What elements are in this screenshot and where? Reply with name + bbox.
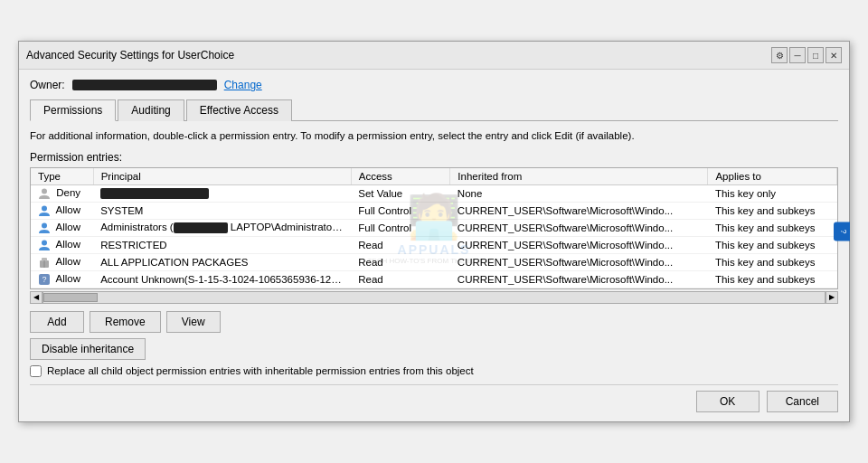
permissions-table-container[interactable]: 🧑‍💻 APPUALS TECH HOW-TO'S FROM THE EXPER… — [30, 167, 838, 289]
owner-row: Owner: Change — [30, 79, 838, 91]
view-button[interactable]: View — [166, 311, 221, 333]
cell-inherited: CURRENT_USER\Software\Microsoft\Windo... — [450, 270, 708, 288]
user-allow-icon — [38, 222, 51, 234]
cell-type: Allow — [31, 202, 93, 219]
cell-principal: SYSTEM — [93, 202, 351, 219]
cell-type: Deny — [31, 184, 93, 202]
maximize-button[interactable]: □ — [807, 47, 824, 63]
cell-access: Full Control — [351, 202, 450, 219]
minimize-button[interactable]: ─ — [789, 47, 806, 63]
replace-permissions-checkbox[interactable] — [30, 365, 42, 377]
table-row[interactable]: Allow Administrators ( LAPTOP\Administra… — [31, 219, 837, 236]
cell-applies: This key and subkeys — [708, 202, 837, 219]
table-row[interactable]: Deny Set Value None This key only — [31, 184, 837, 202]
user-allow-icon — [38, 204, 51, 217]
tab-effective-access[interactable]: Effective Access — [186, 99, 292, 121]
window-controls: ⚙ ─ □ ✕ — [771, 47, 842, 63]
cell-inherited: CURRENT_USER\Software\Microsoft\Windo... — [450, 253, 708, 270]
disable-inheritance-row: Disable inheritance — [30, 333, 838, 360]
cell-type: Allow — [31, 253, 93, 270]
col-inherited: Inherited from — [450, 168, 708, 185]
scrollbar-track[interactable] — [42, 291, 826, 304]
col-principal: Principal — [93, 168, 351, 185]
table-row[interactable]: Allow RESTRICTED Read CURRENT_USER\Softw… — [31, 236, 837, 253]
cell-type: ? Allow — [31, 270, 93, 288]
horizontal-scrollbar[interactable]: ◀ ▶ — [30, 291, 838, 304]
svg-text:?: ? — [42, 275, 46, 284]
cell-applies: This key and subkeys — [708, 219, 837, 236]
cancel-button[interactable]: Cancel — [767, 391, 838, 412]
svg-point-1 — [42, 205, 47, 211]
cell-principal: Account Unknown(S-1-15-3-1024-1065365936… — [93, 270, 351, 288]
info-text: For additional information, double-click… — [30, 128, 838, 143]
col-access: Access — [351, 168, 450, 185]
cell-principal — [93, 184, 351, 202]
tab-auditing[interactable]: Auditing — [118, 99, 184, 121]
dialog-content: Owner: Change Permissions Auditing Effec… — [19, 70, 849, 420]
close-button[interactable]: ✕ — [826, 47, 842, 63]
cell-inherited: CURRENT_USER\Software\Microsoft\Windo... — [450, 219, 708, 236]
redacted-principal — [100, 188, 209, 199]
cell-applies: This key and subkeys — [708, 236, 837, 253]
cell-principal: ALL APPLICATION PACKAGES — [93, 253, 351, 270]
col-type: Type — [31, 168, 93, 185]
disable-inheritance-button[interactable]: Disable inheritance — [30, 338, 146, 360]
user-allow-icon — [38, 239, 51, 251]
scroll-right-arrow[interactable]: ▶ — [826, 291, 838, 304]
table-row[interactable]: Allow ALL APPLICATION PACKAGES Read CURR… — [31, 253, 837, 270]
cell-applies: This key and subkeys — [708, 270, 837, 288]
tab-bar: Permissions Auditing Effective Access — [30, 99, 838, 121]
cell-inherited: CURRENT_USER\Software\Microsoft\Windo... — [450, 236, 708, 253]
owner-label: Owner: — [30, 79, 65, 91]
title-bar: Advanced Security Settings for UserChoic… — [19, 42, 849, 70]
package-icon — [38, 256, 51, 269]
cell-access: Read — [351, 253, 450, 270]
cell-inherited: None — [450, 184, 708, 202]
settings-icon[interactable]: ⚙ — [771, 47, 788, 63]
window-title: Advanced Security Settings for UserChoic… — [26, 49, 234, 61]
table-header: Type Principal Access Inherited from App… — [31, 168, 837, 185]
cell-applies: This key and subkeys — [708, 253, 837, 270]
replace-permissions-row: Replace all child object permission entr… — [30, 365, 838, 377]
col-applies: Applies to — [708, 168, 837, 185]
add-button[interactable]: Add — [30, 311, 84, 333]
cell-access: Read — [351, 236, 450, 253]
cell-applies: This key only — [708, 184, 837, 202]
ok-button[interactable]: OK — [696, 391, 760, 412]
cell-type: Allow — [31, 236, 93, 253]
cell-type: Allow — [31, 219, 93, 236]
cell-access: Set Value — [351, 184, 450, 202]
svg-point-2 — [42, 222, 47, 228]
cell-access: Read — [351, 270, 450, 288]
unknown-user-icon: ? — [38, 273, 51, 286]
cell-principal: Administrators ( LAPTOP\Administrators) — [93, 219, 351, 236]
svg-point-3 — [42, 240, 47, 245]
table-body: Deny Set Value None This key only — [31, 184, 837, 288]
owner-value — [72, 80, 217, 90]
cell-inherited: CURRENT_USER\Software\Microsoft\Windo... — [450, 202, 708, 219]
remove-button[interactable]: Remove — [90, 311, 161, 333]
main-window: Advanced Security Settings for UserChoic… — [18, 41, 850, 421]
ok-cancel-row: OK Cancel — [30, 384, 838, 412]
table-row[interactable]: Allow SYSTEM Full Control CURRENT_USER\S… — [31, 202, 837, 219]
replace-permissions-label: Replace all child object permission entr… — [47, 365, 474, 376]
change-link[interactable]: Change — [224, 79, 262, 91]
svg-point-0 — [42, 188, 47, 194]
cell-access: Full Control — [351, 219, 450, 236]
tab-permissions[interactable]: Permissions — [30, 99, 116, 121]
permissions-table: Type Principal Access Inherited from App… — [31, 168, 837, 288]
action-buttons: Add Remove View — [30, 311, 838, 333]
section-label: Permission entries: — [30, 151, 838, 164]
user-deny-icon — [38, 187, 51, 200]
table-row[interactable]: ? Allow Account Unknown(S-1-15-3-1024-10… — [31, 270, 837, 288]
feedback-tab[interactable]: ? — [834, 222, 850, 241]
cell-principal: RESTRICTED — [93, 236, 351, 253]
scroll-left-arrow[interactable]: ◀ — [30, 291, 42, 304]
scrollbar-thumb[interactable] — [43, 293, 98, 302]
